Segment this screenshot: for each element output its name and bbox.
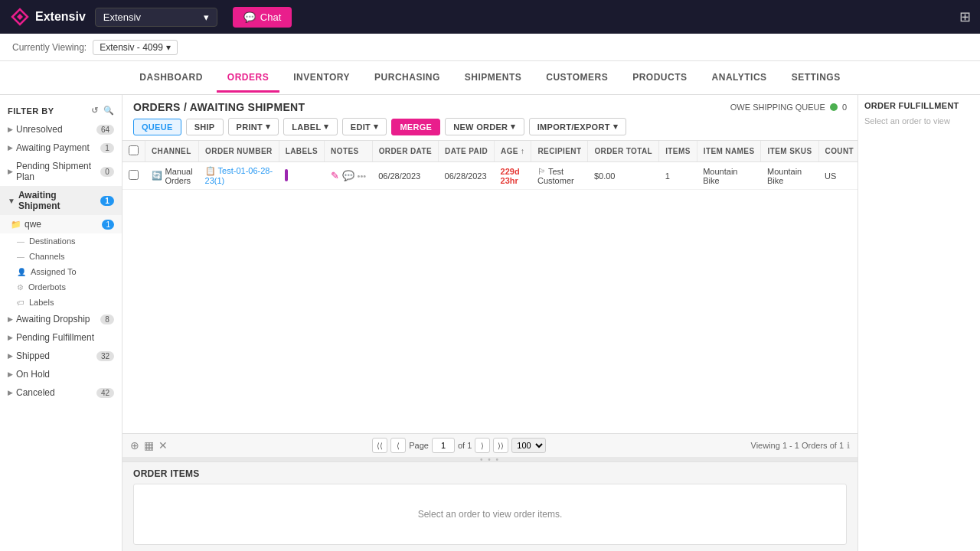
store-chevron-icon: ▾ xyxy=(166,42,171,53)
content-area: ORDERS / AWAITING SHIPMENT OWE SHIPPING … xyxy=(122,95,858,551)
row-checkbox-cell[interactable] xyxy=(122,162,145,190)
items-header[interactable]: ITEMS xyxy=(659,141,697,162)
labels-cell xyxy=(279,162,324,190)
merge-button[interactable]: MERGE xyxy=(391,119,440,135)
queue-button-label: QUEUE xyxy=(142,122,173,132)
sidebar-sub-channels[interactable]: — Channels xyxy=(0,249,122,264)
sidebar-badge-awaiting-dropship: 8 xyxy=(100,315,114,324)
viewing-info: Viewing 1 - 1 Orders of 1 ℹ xyxy=(751,441,850,451)
nav-customers[interactable]: CUSTOMERS xyxy=(535,64,619,93)
select-all-header[interactable] xyxy=(122,141,145,162)
table-header: CHANNEL ORDER NUMBER LABELS NOTES ORDER … xyxy=(122,141,858,162)
age-header[interactable]: AGE ↑ xyxy=(495,141,531,162)
filter-refresh-icon[interactable]: ↺ xyxy=(91,106,99,116)
nav-analytics[interactable]: ANALYTICS xyxy=(701,64,778,93)
order-number-header[interactable]: ORDER NUMBER xyxy=(199,141,279,162)
nav-products[interactable]: PRODUCTS xyxy=(622,64,697,93)
sidebar-label-canceled: Canceled xyxy=(16,387,55,398)
sidebar-item-awaiting-shipment[interactable]: ▼ Awaiting Shipment 1 xyxy=(0,186,122,215)
close-icon[interactable]: ✕ xyxy=(158,439,168,452)
order-date-header[interactable]: ORDER DATE xyxy=(372,141,438,162)
nav-purchasing[interactable]: PURCHASING xyxy=(364,64,451,93)
item-names-header[interactable]: ITEM NAMES xyxy=(697,141,761,162)
sidebar-sub-orderbots[interactable]: ⚙ Orderbots xyxy=(0,279,122,295)
row-checkbox[interactable] xyxy=(129,170,139,180)
next-page-button[interactable]: ⟩ xyxy=(475,438,490,453)
sidebar-sub-labels[interactable]: 🏷 Labels xyxy=(0,295,122,310)
new-order-button[interactable]: NEW ORDER ▾ xyxy=(445,118,524,135)
dash-icon: — xyxy=(17,253,24,261)
print-button[interactable]: PRINT ▾ xyxy=(228,118,279,135)
date-paid-cell: 06/28/2023 xyxy=(439,162,495,190)
order-total-cell: $0.00 xyxy=(588,162,659,190)
order-number-cell: 📋Test-01-06-28-23(1) xyxy=(199,162,279,190)
order-total-header[interactable]: ORDER TOTAL xyxy=(588,141,659,162)
edit-note-icon[interactable]: ✎ xyxy=(331,170,339,181)
nav-dashboard[interactable]: DASHBOARD xyxy=(129,64,214,93)
edit-button-label: EDIT xyxy=(351,122,371,132)
sidebar-item-pending-shipment-plan[interactable]: ▶ Pending Shipment Plan 0 xyxy=(0,157,122,186)
label-button[interactable]: LABEL ▾ xyxy=(283,118,337,135)
content-header: ORDERS / AWAITING SHIPMENT OWE SHIPPING … xyxy=(122,95,858,141)
channel-cell: 🔄 Manual Orders xyxy=(145,162,199,190)
sidebar-item-on-hold[interactable]: ▶ On Hold xyxy=(0,365,122,383)
ellipsis-icon[interactable]: ••• xyxy=(358,171,367,181)
date-paid-header[interactable]: DATE PAID xyxy=(439,141,495,162)
info-icon[interactable]: ℹ xyxy=(847,441,850,451)
order-items-title: ORDER ITEMS xyxy=(133,468,847,479)
expand-rows-icon[interactable]: ⊕ xyxy=(130,439,139,452)
edit-chevron-icon: ▾ xyxy=(374,122,378,132)
nav-inventory[interactable]: INVENTORY xyxy=(283,64,361,93)
comment-icon[interactable]: 💬 xyxy=(342,170,354,181)
right-panel-title: ORDER FULFILLMENT xyxy=(864,101,974,110)
label-chevron-icon: ▾ xyxy=(324,122,328,132)
recipient-header[interactable]: RECIPIENT xyxy=(531,141,588,162)
count-cell: US xyxy=(818,162,858,190)
import-export-button[interactable]: IMPORT/EXPORT ▾ xyxy=(529,118,626,135)
store-sub-selector[interactable]: Extensiv - 4099 ▾ xyxy=(93,40,178,55)
toolbar: QUEUE SHIP PRINT ▾ LABEL ▾ EDIT ▾ xyxy=(133,118,847,140)
items-cell: 1 xyxy=(659,162,697,190)
nav-settings[interactable]: SETTINGS xyxy=(781,64,851,93)
labels-header: LABELS xyxy=(279,141,324,162)
sidebar-group-qwe[interactable]: 📁 qwe 1 xyxy=(0,215,122,233)
store-selector[interactable]: Extensiv ▾ xyxy=(95,8,217,27)
nav-shipments[interactable]: SHIPMENTS xyxy=(454,64,533,93)
print-chevron-icon: ▾ xyxy=(266,122,270,132)
grid-icon[interactable]: ⊞ xyxy=(959,8,971,25)
last-page-button[interactable]: ⟩⟩ xyxy=(493,438,508,453)
sidebar-item-canceled[interactable]: ▶ Canceled 42 xyxy=(0,383,122,402)
table-row[interactable]: 🔄 Manual Orders 📋Test-01-06-28-23(1) xyxy=(122,162,858,190)
main-layout: FILTER BY ↺ 🔍 ▶ Unresolved 64 ▶ Awaiting… xyxy=(0,95,980,551)
ship-button[interactable]: SHIP xyxy=(186,119,224,135)
nav-orders[interactable]: ORDERS xyxy=(217,64,279,93)
per-page-select[interactable]: 25 50 100 250 xyxy=(511,438,546,453)
edit-button[interactable]: EDIT ▾ xyxy=(342,118,387,135)
sidebar-sub-assigned-to[interactable]: 👤 Assigned To xyxy=(0,264,122,279)
sidebar-item-pending-fulfillment[interactable]: ▶ Pending Fulfillment xyxy=(0,328,122,347)
grid-view-icon[interactable]: ▦ xyxy=(144,439,154,452)
sidebar-label-orderbots: Orderbots xyxy=(28,282,66,292)
page-number-input[interactable] xyxy=(432,438,455,453)
sidebar-item-awaiting-payment[interactable]: ▶ Awaiting Payment 1 xyxy=(0,139,122,157)
prev-page-button[interactable]: ⟨ xyxy=(390,438,406,453)
breadcrumb: ORDERS / AWAITING SHIPMENT xyxy=(133,101,305,113)
order-number-link[interactable]: 📋Test-01-06-28-23(1) xyxy=(205,166,273,185)
sidebar-item-awaiting-dropship[interactable]: ▶ Awaiting Dropship 8 xyxy=(0,310,122,328)
chat-button[interactable]: 💬 Chat xyxy=(233,7,292,28)
sidebar-label-awaiting-payment: Awaiting Payment xyxy=(16,142,90,153)
filter-search-icon[interactable]: 🔍 xyxy=(103,106,115,116)
new-order-label: NEW ORDER xyxy=(453,122,508,132)
queue-button[interactable]: QUEUE xyxy=(133,119,181,135)
select-all-checkbox[interactable] xyxy=(129,145,139,155)
footer-bar: ⊕ ▦ ✕ ⟨⟨ ⟨ Page of 1 ⟩ ⟩⟩ 25 50 100 250 xyxy=(122,433,858,457)
sidebar-item-shipped[interactable]: ▶ Shipped 32 xyxy=(0,347,122,365)
sidebar-item-unresolved[interactable]: ▶ Unresolved 64 xyxy=(0,120,122,139)
item-skus-header[interactable]: ITEM SKUS xyxy=(761,141,818,162)
count-header[interactable]: COUNT xyxy=(818,141,858,162)
top-bar: Extensiv Extensiv ▾ 💬 Chat ⊞ xyxy=(0,0,980,34)
first-page-button[interactable]: ⟨⟨ xyxy=(372,438,387,453)
sidebar-label-on-hold: On Hold xyxy=(16,369,50,380)
sidebar-sub-destinations[interactable]: — Destinations xyxy=(0,233,122,249)
nav-bar: DASHBOARD ORDERS INVENTORY PURCHASING SH… xyxy=(0,61,980,95)
